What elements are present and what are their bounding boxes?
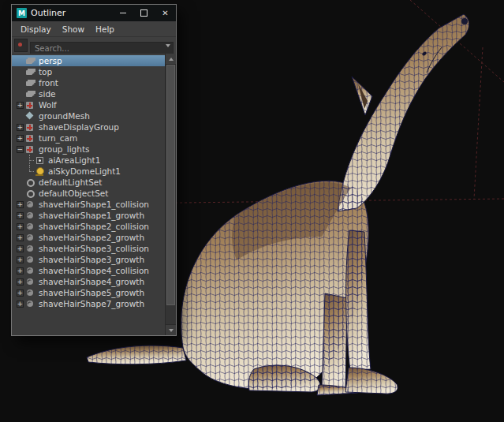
minimize-button[interactable]: [112, 5, 133, 21]
transform-icon: [25, 144, 35, 154]
search-input[interactable]: [30, 42, 174, 54]
search-dropdown-arrow-icon[interactable]: [166, 44, 170, 47]
tree-item[interactable]: +shaveDisplayGroup: [12, 121, 166, 133]
tree-connector: [25, 166, 35, 177]
hair-icon: [25, 200, 35, 209]
set-icon: [25, 189, 35, 198]
expand-toggle[interactable]: +: [17, 289, 24, 297]
tree-item[interactable]: defaultObjectSet: [12, 188, 166, 199]
maximize-button[interactable]: [133, 5, 155, 21]
outliner-window: M Outliner ✕ Display Show Help persptopf…: [11, 4, 177, 336]
hair-icon: [25, 255, 35, 264]
tree-item-label: aiSkyDomeLight1: [48, 166, 121, 176]
tree-item[interactable]: +Wolf: [12, 99, 166, 110]
expand-toggle[interactable]: +: [17, 256, 24, 263]
tree-item[interactable]: +shaveHairShape3_growth: [12, 254, 166, 265]
expand-toggle[interactable]: +: [17, 234, 24, 241]
camera-icon: [25, 67, 35, 77]
toggle-slot: +: [14, 256, 25, 263]
menu-bar: Display Show Help: [12, 21, 176, 37]
toggle-slot: +: [14, 201, 25, 208]
expand-toggle[interactable]: +: [17, 245, 24, 252]
tree-item[interactable]: groundMesh: [12, 110, 166, 121]
wolf-nose: [461, 18, 468, 24]
tree-item[interactable]: +shaveHairShape1_growth: [12, 210, 166, 221]
toggle-slot: +: [14, 135, 25, 142]
toggle-slot: +: [14, 301, 25, 308]
tree-item[interactable]: aiAreaLight1: [12, 155, 166, 166]
tree-item-label: shaveHairShape5_growth: [39, 288, 144, 297]
expand-toggle[interactable]: +: [17, 102, 24, 109]
expand-toggle[interactable]: +: [17, 278, 24, 286]
tree-item-label: shaveHairShape7_growth: [39, 299, 144, 308]
hair-icon: [25, 244, 35, 253]
menu-display[interactable]: Display: [15, 24, 57, 34]
hair-icon: [25, 277, 35, 286]
hair-icon: [25, 299, 35, 308]
expand-toggle[interactable]: +: [17, 223, 24, 230]
tree-item[interactable]: +shaveHairShape3_collision: [12, 243, 166, 254]
hair-icon: [25, 211, 35, 220]
toggle-slot: +: [14, 234, 25, 241]
tree-item[interactable]: aiSkyDomeLight1: [12, 166, 166, 177]
scrollbar-down-arrow-icon[interactable]: [166, 324, 176, 335]
expand-toggle[interactable]: +: [17, 301, 24, 308]
tree-item[interactable]: +shaveHairShape1_collision: [12, 199, 166, 210]
tree-item[interactable]: +shaveHairShape2_collision: [12, 221, 166, 232]
toggle-slot: −: [14, 146, 25, 153]
tree-item[interactable]: side: [12, 88, 166, 99]
tree-item-label: turn_cam: [39, 133, 77, 143]
expand-toggle[interactable]: +: [17, 201, 24, 208]
tree-item[interactable]: +shaveHairShape2_growth: [12, 232, 166, 243]
toggle-slot: +: [14, 267, 25, 274]
expand-toggle[interactable]: +: [17, 267, 24, 274]
tree-item-label: shaveHairShape1_collision: [39, 200, 149, 209]
toggle-slot: +: [14, 102, 25, 109]
toggle-slot: +: [14, 223, 25, 230]
tree-item[interactable]: +shaveHairShape7_growth: [12, 298, 166, 309]
tree-item[interactable]: +shaveHairShape4_growth: [12, 276, 166, 287]
tree-item-label: shaveHairShape3_growth: [39, 255, 144, 264]
expand-toggle[interactable]: +: [17, 212, 24, 219]
hair-icon: [25, 266, 35, 275]
filter-icon[interactable]: [14, 39, 28, 52]
tree-item-label: shaveDisplayGroup: [39, 122, 119, 132]
menu-show[interactable]: Show: [57, 24, 90, 34]
tree-item[interactable]: front: [12, 77, 166, 88]
outliner-tree: persptopfrontside+WolfgroundMesh+shaveDi…: [12, 54, 176, 335]
application-root: M Outliner ✕ Display Show Help persptopf…: [0, 0, 504, 422]
expand-toggle[interactable]: +: [17, 135, 24, 142]
search-row: [12, 37, 176, 54]
tree-item[interactable]: top: [12, 66, 166, 77]
hair-icon: [25, 222, 35, 231]
tree-item[interactable]: +turn_cam: [12, 133, 166, 144]
tree-item[interactable]: −group_lights: [12, 144, 166, 155]
tree-item-label: group_lights: [39, 144, 90, 154]
set-icon: [25, 177, 35, 187]
scrollbar-thumb[interactable]: [166, 65, 175, 305]
scrollbar-up-arrow-icon[interactable]: [166, 54, 176, 65]
arealight-icon: [35, 155, 45, 165]
toggle-slot: +: [14, 245, 25, 252]
toggle-slot: +: [14, 124, 25, 131]
tree-rows: persptopfrontside+WolfgroundMesh+shaveDi…: [12, 55, 166, 335]
tree-scrollbar[interactable]: [165, 54, 176, 335]
transform-icon: [25, 122, 35, 132]
camera-icon: [25, 56, 35, 65]
close-button[interactable]: ✕: [155, 5, 176, 21]
transform-icon: [25, 133, 35, 143]
tree-item-label: persp: [39, 56, 62, 65]
transform-icon: [25, 100, 35, 110]
tree-item-label: shaveHairShape2_growth: [39, 233, 144, 242]
menu-help[interactable]: Help: [90, 24, 120, 34]
tree-item-label: groundMesh: [39, 111, 90, 121]
tree-item[interactable]: defaultLightSet: [12, 177, 166, 188]
toggle-slot: +: [14, 289, 25, 297]
tree-item[interactable]: persp: [12, 55, 166, 66]
window-titlebar[interactable]: M Outliner ✕: [12, 5, 176, 21]
tree-item[interactable]: +shaveHairShape5_growth: [12, 287, 166, 298]
tree-item-label: front: [39, 78, 58, 88]
tree-item[interactable]: +shaveHairShape4_collision: [12, 265, 166, 276]
expand-toggle[interactable]: +: [17, 124, 24, 131]
expand-toggle[interactable]: −: [17, 146, 24, 153]
